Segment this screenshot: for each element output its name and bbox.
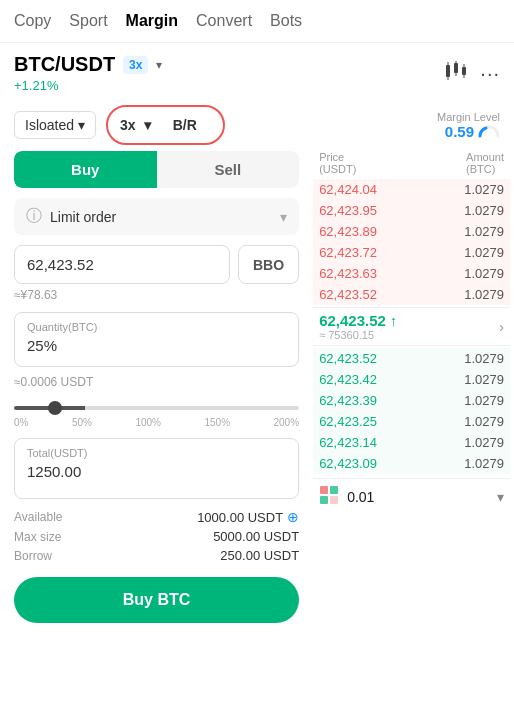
mid-price: 62,423.52: [319, 312, 386, 329]
buy-order-row[interactable]: 62,423.52 1.0279: [313, 348, 510, 369]
buy-orders: 62,423.52 1.0279 62,423.42 1.0279 62,423…: [313, 348, 510, 474]
sell-price-2: 62,423.95: [319, 203, 377, 218]
available-info-icon[interactable]: ⊕: [287, 509, 299, 525]
svg-rect-7: [464, 64, 465, 67]
buy-order-row[interactable]: 62,423.39 1.0279: [313, 390, 510, 411]
main-content: Buy Sell ⓘ Limit order ▾ 62,423.52 BBO ≈…: [0, 151, 514, 623]
mid-price-arrow-icon: ↑: [390, 312, 398, 329]
price-input-row: 62,423.52 BBO: [14, 245, 299, 284]
svg-rect-8: [464, 75, 465, 78]
buy-order-row[interactable]: 62,423.09 1.0279: [313, 453, 510, 474]
buy-amount-4: 1.0279: [464, 414, 504, 429]
buy-sell-tabs: Buy Sell: [14, 151, 299, 188]
qty-selector[interactable]: 0.01 ▾: [313, 478, 510, 514]
quantity-slider[interactable]: [14, 406, 299, 410]
qty-chevron-icon: ▾: [497, 489, 504, 505]
buy-price-3: 62,423.39: [319, 393, 377, 408]
total-label: Total(USDT): [27, 447, 286, 459]
order-type-text: Limit order: [50, 209, 116, 225]
sell-amount-4: 1.0279: [464, 245, 504, 260]
total-section: Total(USDT) 1250.00: [14, 438, 299, 499]
svg-rect-4: [456, 61, 457, 63]
available-value: 1000.00 USDT ⊕: [197, 509, 299, 525]
price-input[interactable]: 62,423.52: [14, 245, 230, 284]
max-size-row: Max size 5000.00 USDT: [14, 529, 299, 544]
svg-rect-10: [330, 486, 338, 494]
approx-yen: ≈¥78.63: [14, 288, 299, 302]
sell-order-row[interactable]: 62,423.95 1.0279: [313, 200, 510, 221]
mode-chevron-icon: ▾: [78, 117, 85, 133]
slider-label-150: 150%: [204, 417, 230, 428]
sell-order-row[interactable]: 62,423.52 1.0279: [313, 284, 510, 305]
leverage-selector[interactable]: 3x ▾ B/R: [106, 105, 225, 145]
order-panel: Buy Sell ⓘ Limit order ▾ 62,423.52 BBO ≈…: [0, 151, 313, 623]
margin-level: Margin Level 0.59: [437, 111, 500, 140]
buy-order-row[interactable]: 62,423.42 1.0279: [313, 369, 510, 390]
buy-amount-1: 1.0279: [464, 351, 504, 366]
leverage-value: 3x: [120, 117, 136, 133]
trading-pair[interactable]: BTC/USDT: [14, 53, 115, 76]
nav-copy[interactable]: Copy: [14, 8, 51, 34]
buy-amount-3: 1.0279: [464, 393, 504, 408]
sell-orders: 62,424.04 1.0279 62,423.95 1.0279 62,423…: [313, 179, 510, 305]
sell-price-5: 62,423.63: [319, 266, 377, 281]
available-amount: 1000.00 USDT: [197, 510, 283, 525]
sell-amount-2: 1.0279: [464, 203, 504, 218]
mode-label: Isloated: [25, 117, 74, 133]
buy-btc-button[interactable]: Buy BTC: [14, 577, 299, 623]
orderbook: Price(USDT) Amount(BTC) 62,424.04 1.0279…: [313, 151, 514, 623]
sell-amount-5: 1.0279: [464, 266, 504, 281]
sell-order-row[interactable]: 62,423.63 1.0279: [313, 263, 510, 284]
sell-order-row[interactable]: 62,424.04 1.0279: [313, 179, 510, 200]
header-actions: ···: [444, 61, 500, 86]
pair-info: BTC/USDT 3x ▾ +1.21%: [14, 53, 162, 93]
sell-price-1: 62,424.04: [319, 182, 377, 197]
order-type-selector[interactable]: ⓘ Limit order ▾: [14, 198, 299, 235]
quantity-percent: 25%: [27, 337, 286, 354]
amount-col-header: Amount(BTC): [466, 151, 504, 175]
buy-tab[interactable]: Buy: [14, 151, 157, 188]
slider-label-0: 0%: [14, 417, 28, 428]
nav-convert[interactable]: Convert: [196, 8, 252, 34]
sell-amount-1: 1.0279: [464, 182, 504, 197]
order-type-left: ⓘ Limit order: [26, 206, 116, 227]
sell-tab[interactable]: Sell: [157, 151, 300, 188]
mid-price-col: 62,423.52 ↑ ≈ 75360.15: [319, 312, 397, 341]
top-navigation: Copy Sport Margin Convert Bots: [0, 0, 514, 43]
pair-chevron-icon[interactable]: ▾: [156, 58, 162, 72]
sell-price-3: 62,423.89: [319, 224, 377, 239]
mid-price-approx: ≈ 75360.15: [319, 329, 397, 341]
buy-price-2: 62,423.42: [319, 372, 377, 387]
orderbook-header: Price(USDT) Amount(BTC): [313, 151, 510, 179]
buy-order-row[interactable]: 62,423.25 1.0279: [313, 411, 510, 432]
qty-orderbook-icon: [319, 485, 339, 508]
candles-icon[interactable]: [444, 61, 466, 86]
buy-order-row[interactable]: 62,423.14 1.0279: [313, 432, 510, 453]
mode-selector[interactable]: Isloated ▾: [14, 111, 96, 139]
sell-amount-3: 1.0279: [464, 224, 504, 239]
margin-level-value: 0.59: [437, 123, 500, 140]
leverage-badge[interactable]: 3x: [123, 56, 148, 74]
sell-order-row[interactable]: 62,423.89 1.0279: [313, 221, 510, 242]
bbo-button[interactable]: BBO: [238, 245, 299, 284]
nav-sport[interactable]: Sport: [69, 8, 107, 34]
buy-price-6: 62,423.09: [319, 456, 377, 471]
borrow-value: 250.00 USDT: [220, 548, 299, 563]
trading-controls: Isloated ▾ 3x ▾ B/R Margin Level 0.59: [0, 99, 514, 151]
available-label: Available: [14, 510, 62, 524]
leverage-chevron-icon: ▾: [144, 117, 151, 133]
buy-price-4: 62,423.25: [319, 414, 377, 429]
margin-gauge-icon: [478, 124, 500, 138]
svg-rect-6: [462, 67, 466, 75]
available-row: Available 1000.00 USDT ⊕: [14, 509, 299, 525]
order-type-chevron-icon: ▾: [280, 209, 287, 225]
approx-qty: ≈0.0006 USDT: [14, 375, 299, 389]
more-options-icon[interactable]: ···: [480, 62, 500, 85]
br-button[interactable]: B/R: [159, 112, 211, 138]
sell-order-row[interactable]: 62,423.72 1.0279: [313, 242, 510, 263]
svg-rect-0: [446, 65, 450, 77]
nav-bots[interactable]: Bots: [270, 8, 302, 34]
nav-margin[interactable]: Margin: [126, 8, 178, 34]
price-change: +1.21%: [14, 78, 162, 93]
orderbook-expand-icon[interactable]: ›: [499, 319, 504, 335]
